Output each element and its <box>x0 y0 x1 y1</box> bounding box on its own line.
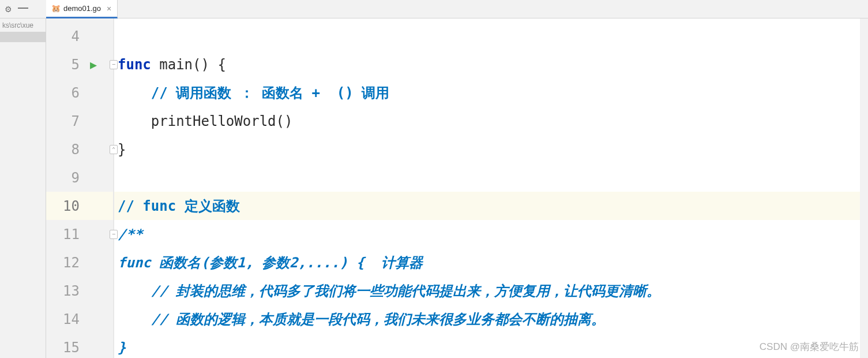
code-line[interactable] <box>114 22 868 50</box>
comment: func <box>142 198 176 214</box>
comment: // 封装的思维，代码多了我们将一些功能代码提出来，方便复用，让代码更清晰。 <box>118 282 660 300</box>
line-number[interactable]: 10 <box>46 192 113 220</box>
code-text: } <box>118 141 126 158</box>
tab-label: demo01.go <box>63 4 101 13</box>
code-line[interactable]: func main() { <box>114 50 868 79</box>
fold-icon[interactable]: − <box>110 60 118 69</box>
fold-icon[interactable]: ⌃ <box>110 145 118 154</box>
gear-icon[interactable]: ⚙ <box>5 5 12 14</box>
code-editor[interactable]: 45▶−678⌃91011−12131415 func main() { // … <box>46 18 868 358</box>
gutter[interactable]: 45▶−678⌃91011−12131415 <box>46 18 114 358</box>
line-number[interactable]: 11− <box>46 220 113 248</box>
code-text: main() { <box>151 57 226 73</box>
fold-icon[interactable]: − <box>110 230 118 239</box>
line-number[interactable]: 4 <box>46 22 113 50</box>
comment: // 调用函数 ： 函数名 + () 调用 <box>151 84 389 102</box>
comment: func 函数名(参数1, 参数2,....) { 计算器 <box>118 253 423 272</box>
code-text: printHelloWorld() <box>118 113 292 129</box>
code-line[interactable]: // 调用函数 ： 函数名 + () 调用 <box>114 79 868 107</box>
comment: 定义函数 <box>176 197 239 215</box>
code-line[interactable]: // 封装的思维，代码多了我们将一些功能代码提出来，方便复用，让代码更清晰。 <box>114 277 868 305</box>
comment: /** <box>118 226 142 243</box>
scrollbar[interactable] <box>860 18 868 358</box>
line-number[interactable]: 9 <box>46 163 113 192</box>
comment: // <box>118 198 142 214</box>
go-file-icon: 🐹 <box>52 5 60 13</box>
line-number[interactable]: 7 <box>46 107 113 135</box>
path-label: ks\src\xue <box>0 20 46 31</box>
top-bar: ⚙ — 🐹 demo01.go × <box>0 0 868 18</box>
line-number[interactable]: 12 <box>46 248 113 277</box>
file-tab[interactable]: 🐹 demo01.go × <box>46 0 118 18</box>
code-line[interactable]: printHelloWorld() <box>114 107 868 135</box>
code-line[interactable] <box>114 163 868 192</box>
line-number[interactable]: 5▶− <box>46 50 113 79</box>
line-number[interactable]: 6 <box>46 79 113 107</box>
code-line[interactable]: func 函数名(参数1, 参数2,....) { 计算器 <box>114 248 868 277</box>
line-number[interactable]: 14 <box>46 305 113 333</box>
comment: } <box>118 340 126 356</box>
minimize-icon[interactable]: — <box>18 2 28 13</box>
toolbar-left: ⚙ — <box>0 0 46 18</box>
line-number[interactable]: 13 <box>46 277 113 305</box>
sidebar-selection[interactable] <box>0 32 46 42</box>
code-line[interactable]: } <box>114 333 868 358</box>
code-area[interactable]: func main() { // 调用函数 ： 函数名 + () 调用 prin… <box>114 18 868 358</box>
code-line[interactable]: } <box>114 135 868 163</box>
main-area: ks\src\xue 45▶−678⌃91011−12131415 func m… <box>0 18 868 358</box>
code-text <box>118 85 151 101</box>
code-line[interactable]: // func 定义函数 <box>114 192 868 220</box>
code-line[interactable]: // 函数的逻辑，本质就是一段代码，我们未来很多业务都会不断的抽离。 <box>114 305 868 333</box>
close-icon[interactable]: × <box>104 4 111 13</box>
code-line[interactable]: /** <box>114 220 868 248</box>
comment: // 函数的逻辑，本质就是一段代码，我们未来很多业务都会不断的抽离。 <box>118 310 605 329</box>
keyword: func <box>118 57 151 73</box>
line-number[interactable]: 8⌃ <box>46 135 113 163</box>
line-number[interactable]: 15 <box>46 333 113 358</box>
run-icon[interactable]: ▶ <box>90 58 97 72</box>
project-sidebar[interactable]: ks\src\xue <box>0 18 46 358</box>
